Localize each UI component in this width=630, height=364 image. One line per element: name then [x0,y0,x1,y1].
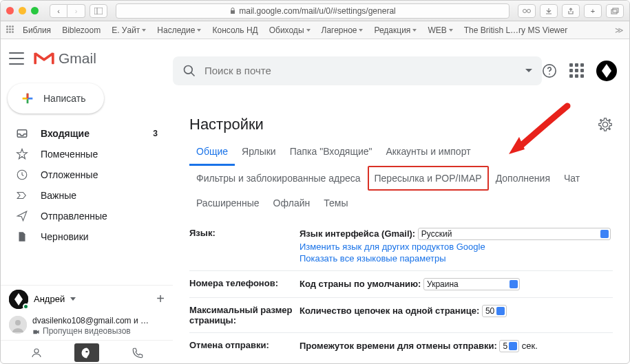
page-title: Настройки [189,116,264,133]
language-select[interactable]: Русский [418,228,611,240]
hangouts-tab-chats[interactable] [74,343,99,362]
inbox-icon [16,127,28,140]
svg-rect-2 [231,10,235,14]
download-button[interactable] [540,4,558,18]
tab-inbox[interactable]: Папка "Входящие" [283,139,379,166]
url-bar[interactable]: mail.google.com/mail/u/0/#settings/gener… [116,3,510,19]
bookmarks-bar: Библия Biblezoom Е. Уайт Наследие Консол… [1,21,629,39]
bookmark-item[interactable]: The British L…ry MS Viewer [460,24,572,36]
svg-point-17 [15,320,21,325]
sidebar-item-important[interactable]: Важные [1,185,166,206]
settings-body: Язык: Язык интерфейса (Gmail): Русский И… [173,215,629,364]
tab-offline[interactable]: Офлайн [266,191,317,215]
nav-label: Входящие [41,128,90,139]
send-icon [16,210,28,222]
tab-forwarding-pop-imap[interactable]: Пересылка и POP/IMAP [368,166,489,191]
svg-point-4 [527,9,531,12]
tab-addons[interactable]: Дополнения [489,166,557,191]
undo-suffix: сек. [522,341,538,351]
search-icon [182,64,196,78]
bookmark-folder[interactable]: Обиходы [265,24,315,36]
svg-rect-8 [52,53,54,65]
compose-button[interactable]: Написать [8,83,104,114]
new-tab-button[interactable]: + [584,4,602,18]
tabs-button[interactable] [606,4,624,18]
undo-time-select[interactable]: 5 [499,340,519,352]
gear-icon[interactable] [598,117,613,132]
lock-icon [229,8,236,14]
svg-line-21 [191,72,195,76]
window-controls [6,7,39,14]
close-window[interactable] [6,7,14,14]
user-avatar [9,290,28,309]
tab-chat[interactable]: Чат [557,166,587,191]
sidebar: Gmail Написать Входящие 3 Помеченные Отл… [1,39,173,364]
pagesize-select[interactable]: 50 [482,305,507,317]
hangouts-tab-contacts[interactable] [1,341,72,364]
sidebar-item-sent[interactable]: Отправленные [1,206,166,226]
tab-accounts[interactable]: Аккаунты и импорт [379,139,478,166]
tab-general[interactable]: Общие [189,139,235,166]
bookmark-item[interactable]: Biblezoom [58,24,105,36]
svg-rect-6 [613,8,618,12]
tab-filters[interactable]: Фильтры и заблокированные адреса [189,166,368,191]
bookmark-item[interactable]: Консоль НД [208,24,262,36]
setting-label: Язык: [189,228,300,264]
search-box[interactable] [173,56,542,85]
online-status-icon [23,303,29,310]
svg-rect-5 [611,10,617,14]
help-icon[interactable] [542,63,557,78]
reader-button[interactable] [518,4,536,18]
bookmarks-overflow[interactable]: ≫ [615,25,624,35]
hangouts-contact[interactable]: dvasilenko108@gmail.com и … Пропущен вид… [1,313,173,340]
svg-point-3 [523,9,527,12]
show-all-languages-link[interactable]: Показать все языковые параметры [300,253,613,264]
search-input[interactable] [204,65,517,76]
country-code-select[interactable]: Украина [423,278,520,290]
change-language-link[interactable]: Изменить язык для других продуктов Googl… [300,242,613,252]
bookmark-folder[interactable]: Е. Уайт [107,24,150,36]
nav-label: Черновики [41,231,89,242]
bookmark-folder[interactable]: Лагерное [317,24,368,36]
tab-themes[interactable]: Темы [317,191,355,215]
bookmark-folder[interactable]: WEB [423,24,456,36]
main-menu-icon[interactable] [9,52,24,65]
back-button[interactable]: ‹ [50,4,67,18]
share-button[interactable] [562,4,580,18]
setting-label: Максимальный размер страницы: [189,305,300,325]
nav-label: Помеченные [41,149,98,160]
bookmark-folder[interactable]: Наследие [153,24,205,36]
hangouts-tab-calls[interactable] [102,341,173,364]
setting-label: Отмена отправки: [189,340,300,352]
search-dropdown-icon[interactable] [525,69,532,72]
hangouts-user[interactable]: Андрей + [1,286,173,313]
missed-video-icon [32,328,40,336]
contact-name: dvasilenko108@gmail.com и … [32,316,149,327]
sidebar-item-starred[interactable]: Помеченные [1,144,166,164]
gmail-text: Gmail [59,50,96,67]
tab-advanced[interactable]: Расширенные [189,191,266,215]
setting-undo: Отмена отправки: Промежуток времени для … [189,333,613,359]
apps-shortcut[interactable] [6,25,16,35]
sidebar-toggle[interactable] [90,4,107,18]
important-icon [16,189,28,202]
minimize-window[interactable] [19,7,26,14]
bookmark-folder[interactable]: Редакция [370,24,421,36]
svg-point-18 [34,349,39,353]
setting-phone: Номера телефонов: Код страны по умолчани… [189,271,613,298]
hangouts-username: Андрей [34,294,65,304]
sidebar-item-drafts[interactable]: Черновики [1,226,166,247]
account-avatar[interactable] [596,61,617,81]
gmail-logo[interactable]: Gmail [34,50,96,67]
svg-point-23 [549,73,550,74]
clock-icon [16,169,28,181]
sidebar-item-snoozed[interactable]: Отложенные [1,164,166,185]
maximize-window[interactable] [31,7,39,14]
tab-labels[interactable]: Ярлыки [235,139,283,166]
sidebar-item-inbox[interactable]: Входящие 3 [1,123,166,144]
nav-label: Отложенные [41,169,98,180]
forward-button[interactable]: › [67,4,85,18]
apps-icon[interactable] [569,63,584,78]
bookmark-item[interactable]: Библия [19,24,55,36]
new-conversation-button[interactable]: + [156,291,165,307]
